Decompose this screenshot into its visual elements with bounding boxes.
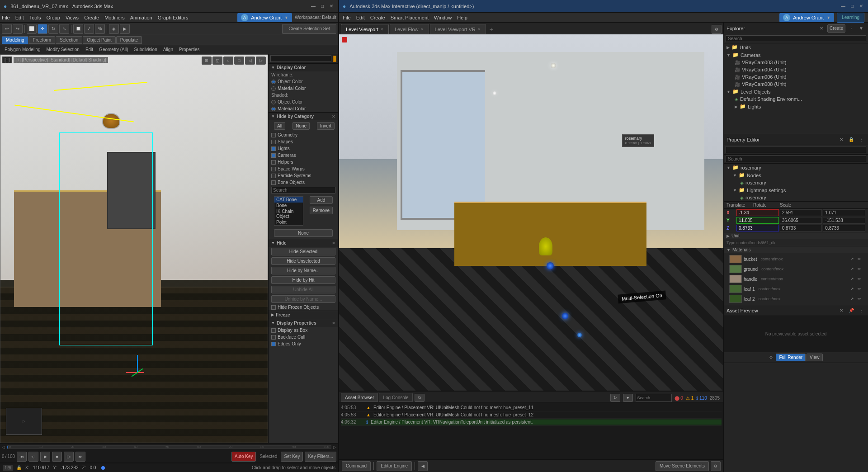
pe-config-btn[interactable]: ⋮ [857,136,865,144]
pe-lightmap-expand[interactable]: ▼ [733,188,737,193]
hide-geometry-cb[interactable] [271,133,276,137]
pe-tree-rosemary-node[interactable]: ◈ rosemary [724,179,868,186]
tab-level-viewport[interactable]: Level Viewport ✕ [341,24,389,34]
user-dropdown-icon[interactable]: ▼ [284,15,288,20]
hide-frozen-cb[interactable] [271,305,276,310]
viewport-nav-left[interactable]: ◁ [245,57,255,65]
pe-unit-header[interactable]: ▶ Unit [724,232,868,239]
viewport-tb-btn2[interactable]: ◱ [212,57,222,65]
hide-lights-cb[interactable] [271,146,276,151]
tree-vray-003[interactable]: 🎥 VRayCam003 (Unit) [724,59,868,66]
ri-menu-file[interactable]: File [343,15,351,20]
pe-materials-header[interactable]: ▼ Materials [724,246,868,253]
hide-close[interactable]: ✕ [332,241,335,245]
explorer-settings-btn[interactable]: ✕ [817,24,826,33]
ri-menu-window[interactable]: Window [434,15,452,20]
list-item-cat-bone[interactable]: CAT Bone [274,197,303,203]
hide-cat-all-btn[interactable]: All [274,122,285,130]
bone-list[interactable]: CAT Bone Bone IK Chain Object Point [274,196,303,226]
auto-key-btn[interactable]: Auto Key [231,452,256,462]
scale-btn[interactable]: ⤡ [59,24,69,34]
subtab-edit[interactable]: Edit [83,47,96,52]
explorer-filter-btn[interactable]: ▼ [857,24,865,33]
subtab-polygon-modeling[interactable]: Polygon Modeling [2,47,43,52]
color-swatch[interactable] [333,56,336,62]
section-freeze[interactable]: ▶ Freeze [269,311,338,319]
bone-none-btn[interactable]: None [274,229,333,237]
ap-config-btn[interactable]: ⋮ [857,307,865,315]
edges-only-row[interactable]: Edges Only [269,340,338,347]
tab-add-btn[interactable]: + [487,25,496,34]
viewport-tb-btn1[interactable]: ⊞ [202,57,212,65]
mat-goto-btn-4[interactable]: ↗ [849,286,855,292]
hide-shapes-cb[interactable] [271,140,276,144]
hide-cat-invert-btn[interactable]: Invert [317,122,335,130]
materials-expand[interactable]: ▼ [726,248,731,252]
menu-group[interactable]: Group [46,15,60,20]
right-maximize-btn[interactable]: □ [849,3,855,9]
redo-btn[interactable]: ↪ [13,24,23,34]
wireframe-obj-color[interactable]: Object Color [269,78,338,85]
mat-goto-btn-2[interactable]: ↗ [849,266,855,272]
ap-pin-btn[interactable]: 📌 [847,307,855,315]
bp-toggle-btn[interactable]: ◀ [418,461,428,471]
hide-bone-cb[interactable] [271,180,276,185]
playback-stop[interactable]: ■ [52,452,62,462]
tab-freeform[interactable]: Freeform [29,36,56,44]
level-objects-expand[interactable]: ▼ [726,90,731,94]
set-key-btn[interactable]: Set Key [281,452,303,462]
mat-edit-btn-5[interactable]: ✏ [856,296,863,302]
hide-cameras-cb[interactable] [271,153,276,158]
playback-step-fwd[interactable]: ⏭ [75,452,85,462]
edges-only-cb[interactable] [271,342,276,346]
mat-goto-btn-5[interactable]: ↗ [849,296,855,302]
bp-detach-btn[interactable]: ⧉ [415,394,425,402]
rotate-btn[interactable]: ↻ [48,24,58,34]
close-btn[interactable]: ✕ [328,3,335,9]
user-dropdown-icon-right[interactable]: ▼ [826,15,830,20]
menu-create[interactable]: Create [84,15,99,20]
hide-space-warps[interactable]: Space Warps [269,165,338,172]
translate-y[interactable]: 11.805 [736,217,779,224]
pe-tree-nodes[interactable]: ▼ 📁 Nodes [724,171,868,179]
log-refresh-btn[interactable]: ↻ [610,394,620,402]
tab-modeling[interactable]: Modeling [2,36,28,44]
pe-tree-lightmap[interactable]: ▼ 📁 Lightmap settings [724,186,868,194]
scale-z[interactable]: 0.8733 [823,225,865,231]
list-item-bone[interactable]: Bone [274,203,303,208]
playback-next-key[interactable]: |▷ [64,452,74,462]
tab-settings-btn[interactable]: ⚙ [712,25,722,34]
tab-populate[interactable]: Populate [116,36,142,44]
bone-remove-btn[interactable]: Remove [310,207,333,214]
shaded-mat-color[interactable]: Material Color [269,105,338,112]
mat-item-leaf2[interactable]: leaf 2 content/mox ↗ ✏ [726,294,865,304]
list-item-point[interactable]: Point [274,219,303,225]
mat-item-bucket[interactable]: bucket content/mox ↗ ✏ [726,254,865,264]
hide-particle-cb[interactable] [271,174,276,178]
maximize-btn[interactable]: □ [319,3,326,9]
lights-expand[interactable]: ▶ [735,104,738,109]
tree-vray-004[interactable]: 🎥 VRayCam004 (Unit) [724,66,868,73]
viewport-tb-btn3[interactable]: ○ [223,57,233,65]
hide-helpers-cb[interactable] [271,160,276,165]
hide-by-name-btn[interactable]: Hide by Name... [271,267,335,274]
menu-views[interactable]: Views [66,15,79,20]
viewport-nav-right[interactable]: ▷ [256,57,266,65]
display-as-box-cb[interactable] [271,328,276,333]
mat-item-handle[interactable]: handle content/mox ↗ ✏ [726,274,865,284]
create-selection-set-btn[interactable]: Create Selection Set [282,24,336,34]
ri-menu-create[interactable]: Create [370,15,385,20]
move-btn[interactable]: ✛ [38,24,47,34]
tab-level-viewport-vr[interactable]: Level Viewport VR ✕ [430,24,486,34]
translate-z[interactable]: 0.8733 [736,225,779,231]
tab-log-console[interactable]: Log Console [379,393,412,402]
explorer-config-btn[interactable]: ⋮ [847,24,855,33]
tab-selection[interactable]: Selection [56,36,82,44]
ap-full-render-btn[interactable]: Full Render [776,354,806,361]
ri-menu-edit[interactable]: Edit [356,15,365,20]
render-setup-btn[interactable]: ▶ [120,24,130,34]
menu-graph-editors[interactable]: Graph Editors [158,15,189,20]
mat-item-leaf1[interactable]: leaf 1 content/mox ↗ ✏ [726,284,865,294]
playback-play[interactable]: ▶ [40,452,50,462]
section-display-color[interactable]: ▼ Display Color [269,63,338,71]
